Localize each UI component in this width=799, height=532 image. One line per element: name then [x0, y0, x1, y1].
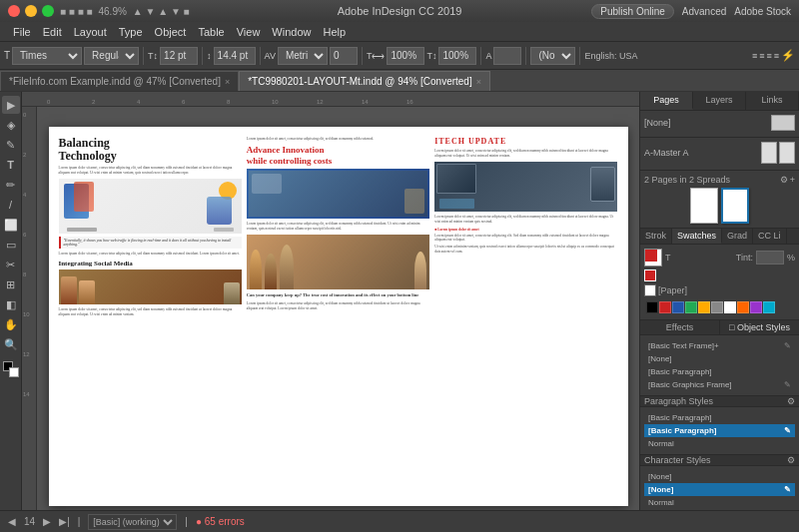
basic-text-frame-style[interactable]: [Basic Text Frame]+ ✎: [644, 339, 795, 352]
paragraph-styles-options[interactable]: ⚙: [787, 396, 795, 406]
lightning-icon[interactable]: ⚡: [781, 49, 795, 62]
fill-stroke[interactable]: [3, 361, 19, 377]
pages-options-icon[interactable]: ⚙: [780, 175, 788, 185]
swatch-selected[interactable]: [644, 269, 656, 281]
menu-help[interactable]: Help: [318, 22, 351, 41]
col1-image2: [59, 269, 242, 304]
pencil-tool[interactable]: ✏: [2, 176, 20, 194]
align-left-icon[interactable]: ≡: [752, 51, 757, 61]
prev-page-button[interactable]: ◀: [8, 516, 16, 527]
swatch-gray[interactable]: [711, 301, 723, 313]
baseline-input[interactable]: [493, 47, 521, 65]
next-page-button[interactable]: ▶: [43, 516, 51, 527]
char-style-normal[interactable]: Normal: [644, 496, 795, 509]
publish-online-button[interactable]: Publish Online: [591, 4, 673, 19]
tab-close-2[interactable]: ×: [476, 77, 481, 87]
pages-tab[interactable]: Pages: [640, 92, 693, 110]
font-size-input[interactable]: [160, 47, 198, 65]
tab-tc9980201[interactable]: *TC9980201-LAYOUT-Mt.indd @ 94% [Convert…: [239, 71, 490, 91]
menu-file[interactable]: File: [8, 22, 36, 41]
menu-object[interactable]: Object: [150, 22, 192, 41]
paper-swatch[interactable]: [644, 284, 656, 296]
rectangle-tool[interactable]: ▭: [2, 236, 20, 254]
pages-new-icon[interactable]: +: [790, 175, 795, 185]
close-button[interactable]: [8, 5, 20, 17]
basic-graphics-style[interactable]: [Basic Graphics Frame] ✎: [644, 378, 795, 391]
minimize-button[interactable]: [25, 5, 37, 17]
menu-edit[interactable]: Edit: [38, 22, 67, 41]
none-object-style[interactable]: [None]: [644, 352, 795, 365]
layout-mode-select[interactable]: [Basic] (working): [88, 514, 177, 530]
tab-file-info[interactable]: *FileInfo.com Example.indd @ 47% [Conver…: [0, 71, 239, 91]
canvas-scroll[interactable]: BalancingTechnology Lorem ipsum dolor si…: [37, 107, 639, 510]
menu-window[interactable]: Window: [267, 22, 316, 41]
justify-icon[interactable]: ≡: [774, 51, 779, 61]
page-thumbnail-1[interactable]: [690, 188, 718, 224]
swatch-red[interactable]: [659, 301, 671, 313]
font-family-select[interactable]: Times: [12, 47, 82, 65]
vertical-scale-input[interactable]: [438, 47, 476, 65]
char-style-none-selected[interactable]: [None] ✎: [644, 483, 795, 496]
direct-selection-tool[interactable]: ◈: [2, 116, 20, 134]
layers-tab[interactable]: Layers: [693, 92, 746, 110]
frame-tool[interactable]: ⬜: [2, 216, 20, 234]
swatch-cyan[interactable]: [763, 301, 775, 313]
align-center-icon[interactable]: ≡: [759, 51, 764, 61]
hand-tool[interactable]: ✋: [2, 315, 20, 333]
errors-indicator[interactable]: ● 65 errors: [196, 516, 245, 527]
menu-table[interactable]: Table: [193, 22, 229, 41]
tab-close-1[interactable]: ×: [225, 77, 230, 87]
scissors-tool[interactable]: ✂: [2, 256, 20, 273]
selection-tool[interactable]: ▶: [2, 96, 20, 114]
page-nav-end[interactable]: ▶|: [59, 516, 70, 527]
align-right-icon[interactable]: ≡: [766, 51, 771, 61]
line-tool[interactable]: /: [2, 196, 20, 214]
gradient-tool[interactable]: ◧: [2, 295, 20, 313]
pen-tool[interactable]: ✎: [2, 136, 20, 154]
traffic-lights[interactable]: [8, 5, 54, 17]
object-styles-tab[interactable]: □ Object Styles: [720, 320, 799, 334]
app-icon: ■ ■ ■ ■: [60, 6, 93, 17]
menu-type[interactable]: Type: [114, 22, 148, 41]
swatch-orange[interactable]: [737, 301, 749, 313]
swatch-purple[interactable]: [750, 301, 762, 313]
swatches-tab[interactable]: Swatches: [672, 229, 722, 244]
links-tab[interactable]: Links: [746, 92, 799, 110]
col3-body: Lorem ipsum dolor sit amet, consectetur …: [434, 149, 617, 159]
page-thumbnail-2[interactable]: [721, 188, 749, 224]
master-thumbnails: [761, 142, 795, 164]
swatch-black[interactable]: [646, 301, 658, 313]
tint-input[interactable]: [756, 251, 784, 265]
kerning-select[interactable]: Metrics: [278, 47, 328, 65]
swatch-blue[interactable]: [672, 301, 684, 313]
para-style-basic-selected[interactable]: [Basic Paragraph] ✎: [644, 424, 795, 437]
character-styles-options[interactable]: ⚙: [787, 455, 795, 465]
effects-object-tabs: Effects □ Object Styles: [640, 320, 799, 335]
fill-swatch-large[interactable]: [644, 249, 662, 266]
para-style-basic[interactable]: [Basic Paragraph]: [644, 411, 795, 424]
swatch-green[interactable]: [685, 301, 697, 313]
free-transform-tool[interactable]: ⊞: [2, 275, 20, 293]
doc-column-1: BalancingTechnology Lorem ipsum dolor si…: [59, 137, 242, 317]
para-style-normal[interactable]: Normal: [644, 437, 795, 450]
leading-input[interactable]: [214, 47, 256, 65]
char-style-none[interactable]: [None]: [644, 470, 795, 483]
basic-para-object-style[interactable]: [Basic Paragraph]: [644, 365, 795, 378]
menu-layout[interactable]: Layout: [69, 22, 112, 41]
zoom-tool[interactable]: 🔍: [2, 335, 20, 353]
font-style-select[interactable]: Regular: [84, 47, 139, 65]
tracking-input[interactable]: [330, 47, 358, 65]
menu-view[interactable]: View: [232, 22, 266, 41]
paper-label: [Paper]: [658, 285, 687, 295]
gradient-tab[interactable]: Grad: [722, 229, 753, 244]
swatch-yellow[interactable]: [698, 301, 710, 313]
cclibraries-tab[interactable]: CC Li: [753, 229, 787, 244]
maximize-button[interactable]: [42, 5, 54, 17]
type-tool[interactable]: T: [2, 156, 20, 174]
effects-tab[interactable]: Effects: [640, 320, 720, 334]
none-select[interactable]: (None): [530, 47, 575, 65]
paragraph-styles-header: Paragraph Styles ⚙: [640, 396, 799, 407]
horizontal-scale-input[interactable]: [387, 47, 424, 65]
swatch-white[interactable]: [724, 301, 736, 313]
stroke-tab[interactable]: Strok: [640, 229, 672, 244]
